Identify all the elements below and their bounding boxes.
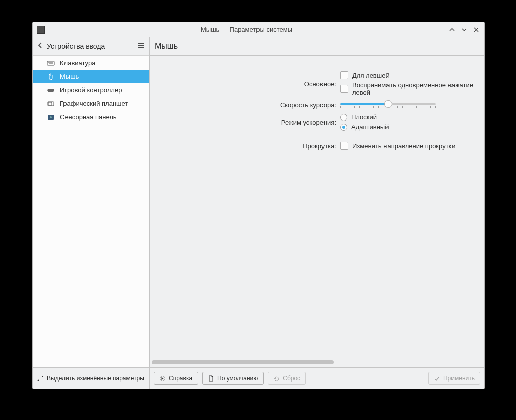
sidebar-item-keyboard[interactable]: Клавиатура — [33, 56, 149, 70]
minimize-button[interactable] — [448, 26, 456, 34]
sidebar-title: Устройства ввода — [47, 42, 105, 50]
mouse-icon — [47, 73, 55, 81]
accel-mode-label: Режим ускорения: — [150, 118, 336, 126]
apply-button: Применить — [428, 372, 480, 385]
sidebar-header: Устройства ввода — [33, 37, 149, 55]
pointer-speed-label: Скорость курсора: — [150, 101, 336, 109]
invert-scroll-label[interactable]: Изменить направление прокрутки — [352, 142, 456, 150]
slider-thumb[interactable] — [384, 100, 392, 108]
main-panel: Мышь Основное: Для левшей Воспринимать о… — [150, 37, 484, 367]
highlight-changed-label: Выделить изменённые параметры — [47, 375, 144, 382]
pointer-speed-slider[interactable] — [340, 99, 436, 110]
accel-flat-radio[interactable] — [340, 114, 347, 121]
sidebar-item-label: Сенсорная панель — [60, 113, 117, 121]
titlebar: Мышь — Параметры системы — [33, 22, 484, 37]
sidebar-item-label: Мышь — [60, 73, 79, 80]
apply-label: Применить — [443, 375, 475, 382]
scrollbar-thumb[interactable] — [152, 360, 334, 364]
gamepad-icon — [47, 86, 55, 94]
simultaneous-press-checkbox[interactable] — [340, 85, 348, 93]
check-icon — [434, 375, 440, 382]
help-icon — [159, 375, 166, 382]
reset-label: Сброс — [283, 375, 300, 382]
keyboard-icon — [47, 59, 55, 67]
sidebar-item-mouse[interactable]: Мышь — [33, 70, 149, 83]
help-button[interactable]: Справка — [154, 372, 198, 385]
invert-scroll-checkbox[interactable] — [340, 142, 348, 150]
left-handed-checkbox[interactable] — [340, 71, 348, 79]
close-button[interactable] — [472, 26, 480, 34]
scroll-label: Прокрутка: — [150, 142, 336, 150]
svg-rect-0 — [47, 61, 54, 65]
content-area: Основное: Для левшей Воспринимать одновр… — [150, 55, 484, 367]
sidebar: Устройства ввода Клавиатура Мышь Игровой… — [33, 37, 150, 367]
menu-button[interactable] — [137, 41, 145, 51]
settings-window: Мышь — Параметры системы Устройства ввод… — [32, 22, 485, 389]
window-controls — [448, 26, 480, 34]
accel-flat-label[interactable]: Плоский — [351, 113, 377, 121]
settings-form: Основное: Для левшей Воспринимать одновр… — [150, 71, 484, 150]
sidebar-item-gamepad[interactable]: Игровой контроллер — [33, 83, 149, 97]
accel-adaptive-radio[interactable] — [340, 124, 347, 131]
back-button[interactable] — [37, 42, 44, 51]
help-label: Справка — [169, 375, 192, 382]
horizontal-scrollbar[interactable] — [152, 360, 482, 365]
page-title: Мышь — [150, 37, 484, 55]
app-icon — [37, 26, 45, 34]
defaults-label: По умолчанию — [217, 375, 258, 382]
window-title: Мышь — Параметры системы — [45, 26, 448, 33]
svg-point-6 — [50, 116, 52, 118]
footer: Выделить изменённые параметры Справка По… — [33, 367, 484, 389]
sidebar-item-label: Графический планшет — [60, 100, 128, 107]
undo-icon — [273, 375, 280, 382]
sidebar-item-tablet[interactable]: Графический планшет — [33, 97, 149, 110]
sidebar-item-label: Игровой контроллер — [60, 86, 122, 94]
sidebar-nav: Клавиатура Мышь Игровой контроллер Графи… — [33, 55, 149, 367]
tablet-icon — [47, 100, 55, 108]
defaults-button[interactable]: По умолчанию — [202, 372, 264, 385]
pencil-icon — [37, 375, 44, 382]
simultaneous-press-label[interactable]: Воспринимать одновременное нажатие левой — [352, 81, 484, 96]
svg-rect-4 — [48, 102, 52, 105]
sidebar-item-label: Клавиатура — [60, 59, 95, 67]
left-handed-label[interactable]: Для левшей — [352, 72, 390, 79]
document-icon — [208, 375, 214, 382]
accel-adaptive-label[interactable]: Адаптивный — [351, 123, 389, 131]
primary-label: Основное: — [150, 80, 336, 88]
highlight-changed-button[interactable]: Выделить изменённые параметры — [33, 368, 150, 389]
sidebar-item-touchpad[interactable]: Сенсорная панель — [33, 110, 149, 124]
reset-button: Сброс — [268, 372, 306, 385]
maximize-button[interactable] — [460, 26, 468, 34]
touchpad-icon — [47, 113, 55, 122]
